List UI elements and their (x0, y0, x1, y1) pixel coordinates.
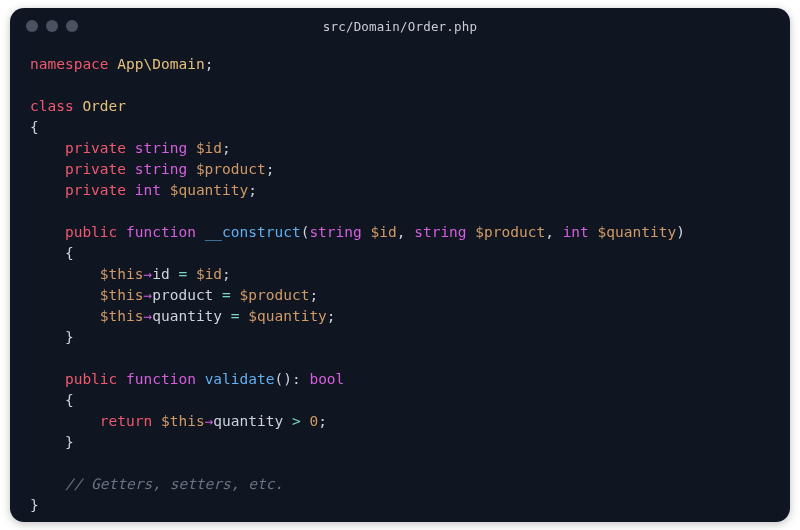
method-construct: __construct (205, 224, 301, 240)
window-titlebar: src/Domain/Order.php (10, 8, 790, 44)
op-assign: = (178, 266, 187, 282)
var-product: $product (240, 287, 310, 303)
prop-quantity: quantity (152, 308, 222, 324)
semicolon: ; (222, 140, 231, 156)
open-brace: { (65, 392, 74, 408)
property-quantity: $quantity (170, 182, 249, 198)
semicolon: ; (318, 413, 327, 429)
semicolon: ; (266, 161, 275, 177)
type-string: string (309, 224, 361, 240)
semicolon: ; (205, 56, 214, 72)
semicolon: ; (248, 182, 257, 198)
keyword-function: function (126, 371, 196, 387)
comma: , (397, 224, 406, 240)
keyword-public: public (65, 371, 117, 387)
type-string: string (135, 161, 187, 177)
op-assign: = (231, 308, 240, 324)
arrow-icon: → (144, 287, 153, 303)
colon: : (292, 371, 301, 387)
close-brace: } (30, 497, 39, 513)
keyword-public: public (65, 224, 117, 240)
open-brace: { (30, 119, 39, 135)
prop-quantity: quantity (213, 413, 283, 429)
keyword-private: private (65, 182, 126, 198)
arrow-icon: → (144, 308, 153, 324)
keyword-private: private (65, 161, 126, 177)
close-icon[interactable] (26, 20, 38, 32)
type-string: string (135, 140, 187, 156)
open-brace: { (65, 245, 74, 261)
var-this: $this (161, 413, 205, 429)
semicolon: ; (327, 308, 336, 324)
param-product: $product (475, 224, 545, 240)
method-validate: validate (205, 371, 275, 387)
comma: , (545, 224, 554, 240)
window-controls (26, 20, 78, 32)
close-paren: ) (676, 224, 685, 240)
code-editor-window: src/Domain/Order.php namespace App\Domai… (10, 8, 790, 522)
property-id: $id (196, 140, 222, 156)
var-id: $id (196, 266, 222, 282)
semicolon: ; (309, 287, 318, 303)
file-path-title: src/Domain/Order.php (10, 19, 790, 34)
param-quantity: $quantity (598, 224, 677, 240)
property-product: $product (196, 161, 266, 177)
class-name: Order (82, 98, 126, 114)
var-this: $this (100, 266, 144, 282)
op-gt: > (292, 413, 301, 429)
type-int: int (563, 224, 589, 240)
number-zero: 0 (309, 413, 318, 429)
keyword-class: class (30, 98, 74, 114)
namespace-name: App\Domain (117, 56, 204, 72)
var-this: $this (100, 287, 144, 303)
keyword-namespace: namespace (30, 56, 109, 72)
close-brace: } (65, 329, 74, 345)
code-editor-area[interactable]: namespace App\Domain; class Order { priv… (10, 44, 790, 522)
param-id: $id (371, 224, 397, 240)
type-string: string (414, 224, 466, 240)
type-int: int (135, 182, 161, 198)
keyword-private: private (65, 140, 126, 156)
keyword-return: return (100, 413, 152, 429)
minimize-icon[interactable] (46, 20, 58, 32)
var-quantity: $quantity (248, 308, 327, 324)
keyword-function: function (126, 224, 196, 240)
maximize-icon[interactable] (66, 20, 78, 32)
type-bool: bool (309, 371, 344, 387)
op-assign: = (222, 287, 231, 303)
prop-id: id (152, 266, 169, 282)
arrow-icon: → (144, 266, 153, 282)
comment-getters: // Getters, setters, etc. (65, 476, 283, 492)
close-brace: } (65, 434, 74, 450)
semicolon: ; (222, 266, 231, 282)
var-this: $this (100, 308, 144, 324)
close-paren: ) (283, 371, 292, 387)
open-paren: ( (274, 371, 283, 387)
prop-product: product (152, 287, 213, 303)
